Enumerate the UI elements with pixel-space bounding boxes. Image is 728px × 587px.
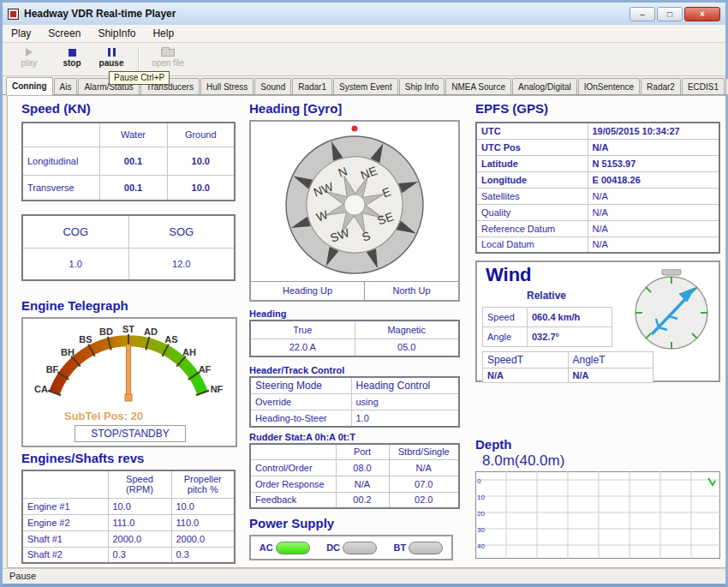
wind-angle-value: 032.7°	[528, 327, 612, 347]
menu-bar: Play Screen ShipInfo Help	[3, 25, 725, 43]
tab-ecdis1[interactable]: ECDIS1	[682, 78, 725, 94]
engines-col-speed: Speed (RPM)	[108, 470, 171, 498]
bt-led-off	[409, 542, 443, 554]
svg-text:10: 10	[477, 494, 485, 501]
wind-speed-label: Speed	[483, 308, 528, 327]
tab-hull-stress[interactable]: Hull Stress	[200, 78, 254, 94]
heading-col-true: True	[250, 320, 355, 338]
tab-sound[interactable]: Sound	[254, 78, 291, 94]
tab-ais[interactable]: Ais	[54, 78, 78, 94]
heading-section-title: Heading	[249, 308, 286, 319]
app-window: Headway VDR Real-time Player – □ × Play …	[0, 0, 728, 587]
empty-cell	[22, 123, 99, 147]
tab-analog-digital[interactable]: Analog/Digital	[512, 78, 577, 94]
svg-text:CA: CA	[34, 384, 48, 394]
rudder-row-label: Order Response	[250, 476, 336, 492]
close-button[interactable]: ×	[684, 7, 720, 21]
shaft1-pitch: 2000.0	[171, 530, 235, 547]
engine-telegraph-title: Engine Telegraph	[21, 298, 128, 313]
wind-dial	[630, 269, 713, 353]
steering-mode-value: Heading Control	[351, 377, 459, 394]
svg-text:30: 30	[477, 526, 485, 534]
heading-up-button[interactable]: Heading Up	[251, 282, 365, 300]
override-value: using	[351, 394, 459, 410]
epfs-utc-value: 19/05/2015 10:34:27	[588, 123, 719, 139]
stop-standby-button[interactable]: STOP/STANDBY	[75, 425, 186, 442]
tab-ionsentence[interactable]: IOnSentence	[578, 78, 640, 94]
minimize-button[interactable]: –	[630, 7, 655, 21]
order-response-stbrd: 07.0	[389, 476, 459, 492]
rudder-row-label: Feedback	[250, 492, 336, 508]
stop-button[interactable]: stop	[52, 46, 92, 74]
epfs-refdatum-value: N/A	[588, 220, 719, 237]
tab-radar2[interactable]: Radar2	[641, 78, 681, 94]
north-up-button[interactable]: North Up	[365, 282, 458, 300]
app-icon	[8, 9, 19, 20]
svg-text:BD: BD	[99, 326, 113, 337]
ac-led-on	[276, 542, 310, 554]
epfs-longitude-value: E 00418.26	[588, 171, 719, 188]
sog-label: SOG	[128, 215, 235, 248]
epfs-quality-value: N/A	[588, 204, 719, 220]
tab-radar1[interactable]: Radar1	[292, 78, 332, 94]
rudder-row-label: Control/Order	[250, 459, 336, 476]
shaft1-speed: 2000.0	[108, 530, 171, 547]
speed-title: Speed (KN)	[21, 101, 91, 116]
wind-anglet-value: N/A	[568, 368, 653, 383]
wind-speed-value: 060.4 km/h	[528, 308, 612, 327]
heading-to-steer-value: 1.0	[351, 410, 459, 427]
heading-marker-dot	[352, 126, 358, 132]
tab-conning[interactable]: Conning	[6, 77, 53, 95]
wind-speedt-label: SpeedT	[483, 352, 569, 368]
tab-ship-info[interactable]: Ship Info	[399, 78, 445, 94]
speed-row-label: Transverse	[22, 175, 99, 201]
epfs-row-label: Satellites	[476, 188, 588, 204]
empty-cell	[250, 444, 336, 459]
cog-label: COG	[22, 215, 128, 248]
play-button[interactable]: play	[9, 46, 49, 74]
svg-text:AH: AH	[182, 347, 196, 357]
wind-relative-label: Relative	[527, 290, 566, 302]
menu-shipinfo[interactable]: ShipInfo	[89, 26, 144, 41]
speed-long-water: 00.1	[99, 147, 167, 175]
wind-title: Wind	[486, 264, 532, 286]
status-bar: Pause	[3, 568, 725, 584]
subtel-pos-text: SubTel Pos: 20	[64, 410, 143, 422]
control-order-port: 08.0	[336, 459, 389, 476]
speed-table: Water Ground Longitudinal 00.1 10.0 Tran…	[21, 122, 236, 201]
menu-help[interactable]: Help	[144, 26, 182, 41]
power-ac: AC	[260, 542, 310, 554]
power-supply-panel: AC DC BT	[249, 535, 453, 560]
engines-row-label: Engine #2	[22, 514, 108, 530]
status-text: Pause	[9, 571, 36, 581]
menu-screen[interactable]: Screen	[39, 26, 89, 41]
svg-text:AD: AD	[144, 326, 158, 337]
heading-true-value: 22.0 A	[250, 338, 355, 356]
epfs-row-label: Latitude	[476, 155, 588, 171]
engine2-pitch: 110.0	[171, 514, 235, 530]
title-bar[interactable]: Headway VDR Real-time Player – □ ×	[3, 3, 725, 25]
window-title: Headway VDR Real-time Player	[24, 8, 176, 20]
tab-nmea-source[interactable]: NMEA Source	[445, 78, 511, 94]
toolbar-separator	[138, 48, 140, 72]
telegraph-needle	[125, 344, 132, 401]
epfs-row-label: Quality	[476, 204, 588, 220]
open-file-icon	[161, 49, 175, 57]
epfs-satellites-value: N/A	[588, 188, 719, 204]
rudder-title: Rudder Stat:A 0h:A 0t:T	[249, 432, 355, 442]
depth-chart: 0 10 20 30 40	[475, 471, 720, 559]
pause-button[interactable]: pause	[92, 46, 131, 74]
svg-text:BF: BF	[46, 364, 59, 374]
play-icon	[26, 48, 33, 57]
tab-system-event[interactable]: System Event	[333, 78, 398, 94]
engine1-pitch: 10.0	[171, 498, 235, 514]
power-bt: BT	[394, 542, 444, 554]
open-file-button[interactable]: open file	[143, 46, 193, 74]
engines-col-pitch: Propeller pitch %	[171, 470, 235, 498]
menu-play[interactable]: Play	[3, 26, 39, 41]
engine2-speed: 111.0	[108, 514, 171, 530]
speed-trans-ground: 10.0	[167, 175, 235, 201]
pause-icon	[108, 48, 116, 57]
maximize-button[interactable]: □	[657, 7, 683, 21]
wind-rel-table: Speed 060.4 km/h Angle 032.7°	[482, 307, 612, 347]
